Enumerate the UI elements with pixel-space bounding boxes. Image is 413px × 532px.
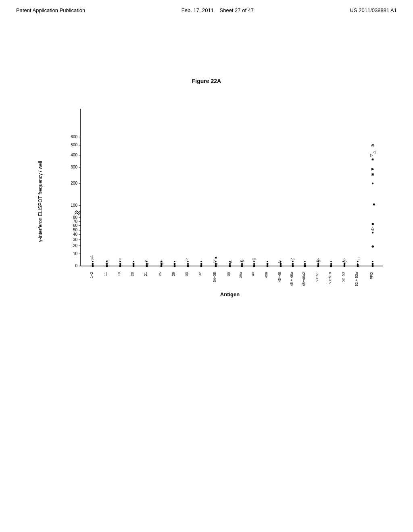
svg-text:80: 80 [73, 215, 78, 220]
svg-text:30: 30 [185, 272, 189, 276]
svg-text:50+51: 50+51 [315, 272, 319, 282]
svg-text:11: 11 [104, 272, 108, 276]
svg-text:▶: ▶ [371, 167, 374, 171]
svg-text:1+2: 1+2 [90, 272, 94, 278]
svg-text:◆: ◆ [371, 244, 374, 248]
svg-text:▣: ▣ [371, 172, 375, 176]
svg-text:■: ■ [215, 256, 217, 260]
svg-text:29: 29 [171, 272, 175, 276]
svg-text:▷: ▷ [161, 262, 164, 266]
svg-text:50: 50 [73, 228, 78, 232]
y-tick-labels: 0 10 20 30 40 50 60 70 80 100 200 [71, 135, 81, 268]
svg-text:300: 300 [71, 165, 77, 169]
y-axis-label: γ-interferon ELISPOT frequency / well [38, 161, 43, 242]
svg-text:◁: ◁ [373, 150, 375, 154]
data-points: ■ ◆ ● ▷ ◁ △ ■ ◆ ● ■ ◆ ● ▷ ■ [90, 143, 375, 268]
svg-text:●: ● [372, 260, 374, 263]
svg-text:30: 30 [73, 237, 78, 242]
x-axis-label-text: Antigen [220, 291, 240, 297]
svg-text:●: ● [371, 230, 374, 235]
svg-text:●: ● [106, 260, 108, 263]
svg-text:52+53: 52+53 [341, 272, 345, 282]
svg-text:0: 0 [75, 264, 77, 268]
svg-text:25: 25 [158, 272, 162, 276]
svg-text:△: △ [343, 257, 346, 261]
svg-text:▷: ▷ [216, 262, 219, 266]
svg-text:●: ● [200, 260, 202, 263]
svg-text:40: 40 [73, 232, 78, 237]
svg-text:70: 70 [73, 219, 78, 224]
x-tick-labels: 1+2 11 19 20 21 25 29 30 32 34+35 39 39a… [90, 272, 373, 287]
header-patent-number: US 2011/038881 A1 [350, 7, 397, 13]
svg-text:△: △ [317, 257, 320, 261]
svg-text:◈: ◈ [371, 157, 374, 161]
svg-text:19: 19 [117, 272, 121, 276]
svg-text:45+46: 45+46 [277, 272, 282, 282]
svg-text:100: 100 [71, 203, 77, 208]
svg-text:20: 20 [130, 272, 134, 276]
svg-text:△: △ [230, 260, 233, 263]
chart-area: γ-interferon ELISPOT frequency / well 0 … [24, 105, 387, 322]
svg-text:400: 400 [71, 153, 77, 157]
figure-title: Figure 22A [0, 78, 413, 84]
svg-text:▷: ▷ [370, 153, 373, 157]
svg-text:□: □ [358, 257, 360, 261]
chart-svg: 0 10 20 30 40 50 60 70 80 100 200 [56, 105, 387, 298]
svg-text:60: 60 [73, 223, 78, 228]
svg-text:39: 39 [227, 272, 231, 276]
header-date-sheet: Feb. 17, 2011 Sheet 27 of 47 [181, 7, 254, 13]
svg-text:●: ● [330, 260, 332, 263]
svg-text:●: ● [133, 260, 135, 263]
svg-text:32: 32 [198, 272, 202, 276]
svg-text:40: 40 [251, 272, 255, 276]
svg-text:▷: ▷ [254, 257, 257, 261]
y-axis-label-wrapper: γ-interferon ELISPOT frequency / well [24, 105, 56, 298]
svg-text:PPD: PPD [369, 272, 373, 280]
svg-text:20: 20 [73, 243, 78, 248]
svg-text:500: 500 [71, 143, 77, 147]
svg-text:◁: ◁ [90, 255, 93, 258]
svg-text:●: ● [146, 260, 148, 263]
header-publication: Patent Application Publication [16, 7, 85, 13]
svg-text:●: ● [304, 260, 306, 263]
svg-text:△: △ [278, 260, 281, 263]
svg-text:⊕: ⊕ [371, 143, 375, 148]
svg-text:●: ● [371, 181, 374, 185]
svg-text:39a: 39a [239, 272, 243, 278]
svg-text:●: ● [267, 260, 269, 263]
svg-text:40a: 40a [264, 272, 268, 278]
svg-text:52 + 53a: 52 + 53a [355, 272, 359, 286]
svg-text:△: △ [186, 257, 188, 261]
svg-text:45 + 46a: 45 + 46a [290, 272, 294, 286]
svg-text:45+46a2: 45+46a2 [302, 272, 306, 286]
svg-text:600: 600 [71, 135, 77, 139]
svg-text:▷: ▷ [293, 257, 296, 261]
svg-text:34+35: 34+35 [213, 272, 217, 282]
svg-text:●: ● [174, 260, 176, 263]
svg-text:200: 200 [71, 181, 77, 185]
svg-text:10: 10 [73, 251, 78, 256]
svg-text:21: 21 [144, 272, 148, 276]
page-header: Patent Application Publication Feb. 17, … [0, 0, 413, 13]
svg-text:■: ■ [373, 202, 375, 206]
svg-text:□: □ [241, 262, 243, 266]
svg-text:50+51a: 50+51a [328, 272, 332, 284]
svg-text:▷: ▷ [119, 257, 122, 261]
